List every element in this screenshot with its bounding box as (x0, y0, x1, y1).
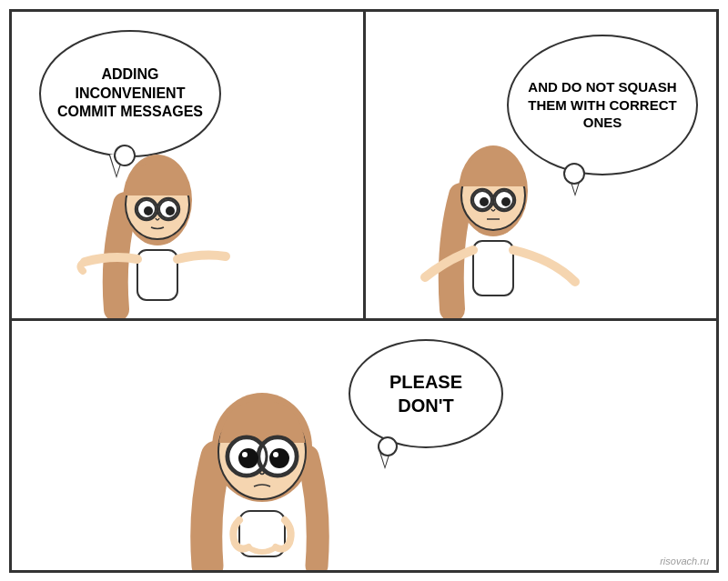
bubble-text-bottom: PLEASE DON'T (359, 370, 492, 417)
svg-point-16 (501, 197, 511, 206)
svg-point-15 (480, 197, 489, 206)
watermark-text: risovach.ru (660, 556, 709, 566)
svg-point-5 (144, 206, 153, 215)
bubble-tail-bottom-inner (379, 446, 391, 466)
svg-point-29 (269, 448, 289, 468)
svg-point-28 (238, 448, 258, 468)
top-row: ADDING INCONVENIENT COMMIT MESSAGES (12, 12, 716, 321)
character-left (57, 109, 258, 318)
watermark: risovach.ru (660, 556, 709, 566)
speech-bubble-bottom: PLEASE DON'T (349, 339, 503, 448)
svg-rect-11 (473, 241, 513, 296)
svg-point-31 (273, 452, 278, 457)
panel-top-left: ADDING INCONVENIENT COMMIT MESSAGES (12, 12, 366, 318)
panel-top-right: AND DO NOT SQUASH THEM WITH CORRECT ONES (366, 12, 717, 318)
character-right (393, 100, 602, 318)
character-bottom (167, 361, 358, 570)
panel-bottom: PLEASE DON'T (12, 321, 716, 570)
svg-point-6 (166, 206, 175, 215)
svg-point-30 (242, 452, 248, 457)
svg-rect-1 (137, 250, 177, 300)
comic-container: ADDING INCONVENIENT COMMIT MESSAGES (9, 9, 719, 573)
